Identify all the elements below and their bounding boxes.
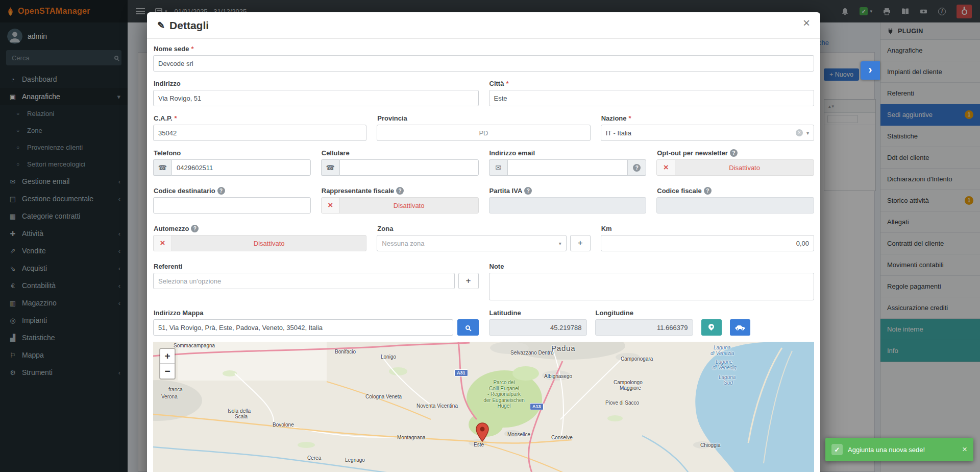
map-label: Camponogara	[621, 356, 653, 362]
map-label: Isola della	[228, 408, 251, 414]
map-label: Verona	[161, 394, 178, 399]
nome-sede-input[interactable]	[153, 55, 814, 72]
map-label: Lagune	[716, 359, 732, 365]
phone-icon: ☎	[153, 159, 172, 176]
cellulare-input[interactable]	[339, 159, 479, 176]
optout-toggle[interactable]: × Disattivato	[656, 159, 814, 176]
cap-input[interactable]	[153, 125, 366, 141]
modal-title: ✎ Dettagli	[157, 19, 209, 32]
x-off-icon: ×	[322, 198, 340, 213]
automezzo-toggle[interactable]: × Disattivato	[153, 235, 366, 251]
zona-select[interactable]: Nessuna zona ▾	[377, 235, 566, 251]
pencil-icon: ✎	[157, 20, 165, 31]
help-icon[interactable]: ?	[396, 187, 404, 195]
map-label: Chioggia	[700, 442, 720, 448]
map-label: Laguna	[719, 374, 736, 380]
map-label: Bonifacio	[335, 349, 356, 355]
help-icon[interactable]: ?	[704, 187, 712, 195]
partita-iva-input	[489, 197, 647, 214]
toast-message: Aggiunta una nuova sede!	[848, 446, 956, 454]
map-label: Sud	[724, 380, 733, 386]
indirizzo-input[interactable]	[153, 90, 479, 106]
map-label: Noventa Vicentina	[416, 403, 458, 409]
telefono-input[interactable]	[172, 159, 311, 176]
panel-collapse-arrow-button[interactable]: ›	[861, 61, 880, 80]
field-longitudine: Longitudine	[595, 309, 693, 336]
geocode-search-button[interactable]	[457, 319, 479, 336]
field-nome-sede: Nome sede*	[153, 45, 814, 72]
route-car-button[interactable]	[730, 319, 750, 336]
help-icon[interactable]: ?	[191, 225, 199, 232]
field-note: Note	[489, 263, 815, 302]
dettagli-modal: ✎ Dettagli × Nome sede* Indirizzo Città*…	[147, 12, 820, 472]
map-label: Lonigo	[381, 354, 396, 360]
map-label: Conselve	[551, 435, 573, 440]
chevron-right-icon: ›	[868, 63, 872, 77]
map-label: Selvazzano Dentro	[510, 350, 554, 356]
referenti-select[interactable]: Seleziona un'opzione	[153, 273, 455, 289]
map-pin-icon	[707, 323, 716, 331]
envelope-icon: ✉	[489, 159, 507, 176]
longitudine-input	[595, 319, 693, 336]
rappresentante-toggle[interactable]: × Disattivato	[321, 197, 479, 214]
map-label: Cerea	[307, 455, 321, 461]
codice-destinatario-input[interactable]	[153, 197, 311, 214]
map-label: franca	[168, 387, 183, 392]
field-codice-fiscale: Codice fiscale?	[656, 187, 814, 214]
help-icon: ?	[633, 164, 641, 172]
help-icon[interactable]: ?	[730, 149, 738, 157]
field-km: Km	[601, 225, 814, 251]
field-indirizzo-mappa: Indirizzo Mappa	[153, 309, 479, 336]
map-label: Montagnana	[397, 435, 426, 440]
map-label: di Venedig	[713, 365, 737, 370]
map-widget[interactable]: Sommacampagna Bonifacio Lonigo Selvazzan…	[153, 342, 814, 472]
map-label: Padua	[551, 344, 575, 352]
map-label: Campolongo	[614, 380, 643, 385]
field-cap: C.A.P.*	[153, 114, 366, 141]
field-automezzo: Automezzo? × Disattivato	[153, 225, 366, 251]
zoom-out-button[interactable]: −	[160, 364, 175, 379]
search-icon	[465, 325, 470, 330]
field-nazione: Nazione* IT - Italia × ▾	[601, 114, 814, 141]
check-icon: ✓	[831, 444, 843, 455]
help-icon[interactable]: ?	[217, 187, 225, 195]
clear-icon[interactable]: ×	[796, 129, 803, 136]
citta-input[interactable]	[489, 90, 815, 106]
x-off-icon: ×	[154, 235, 172, 251]
map-label: Laguna	[714, 345, 730, 350]
map-label: Maggiore	[620, 385, 641, 391]
locate-on-map-button[interactable]	[701, 319, 722, 336]
field-telefono: Telefono ☎	[153, 149, 311, 176]
indirizzo-mappa-input[interactable]	[153, 319, 453, 336]
map-label: Legnago	[345, 457, 365, 463]
field-citta: Città*	[489, 80, 815, 106]
add-zona-button[interactable]: +	[570, 235, 591, 251]
note-textarea[interactable]	[489, 273, 815, 300]
help-icon[interactable]: ?	[524, 187, 532, 195]
close-icon[interactable]: ×	[800, 16, 813, 30]
field-partita-iva: Partita IVA?	[489, 187, 647, 214]
field-email: Indirizzo email ✉ ?	[489, 149, 647, 176]
map-label: Sommacampagna	[174, 343, 215, 348]
zoom-in-button[interactable]: +	[160, 349, 175, 364]
field-optout: Opt-out per newsletter? × Disattivato	[656, 149, 814, 176]
x-off-icon: ×	[657, 160, 675, 175]
email-input[interactable]	[507, 159, 628, 176]
field-provincia: Provincia	[377, 114, 590, 141]
field-latitudine: Latitudine	[489, 309, 587, 336]
provincia-input[interactable]	[377, 125, 590, 141]
caret-down-icon: ▾	[806, 130, 809, 136]
km-input[interactable]	[601, 235, 814, 251]
field-rappresentante-fiscale: Rappresentante fiscale? × Disattivato	[321, 187, 479, 214]
map-label: Piove di Sacco	[605, 400, 639, 406]
success-toast: ✓ Aggiunta una nuova sede! ×	[825, 438, 973, 461]
field-codice-destinatario: Codice destinatario?	[153, 187, 311, 214]
email-help-button[interactable]: ?	[628, 159, 646, 176]
close-icon[interactable]: ×	[956, 444, 973, 455]
park-label: Parco deiColli Euganei- Regionalparkder …	[467, 380, 541, 409]
add-referente-button[interactable]: +	[458, 273, 479, 289]
field-referenti: Referenti Seleziona un'opzione +	[153, 263, 479, 302]
nazione-select[interactable]: IT - Italia × ▾	[601, 125, 814, 141]
map-label: di Venezia	[710, 350, 734, 356]
map-marker-pin[interactable]	[476, 422, 489, 443]
